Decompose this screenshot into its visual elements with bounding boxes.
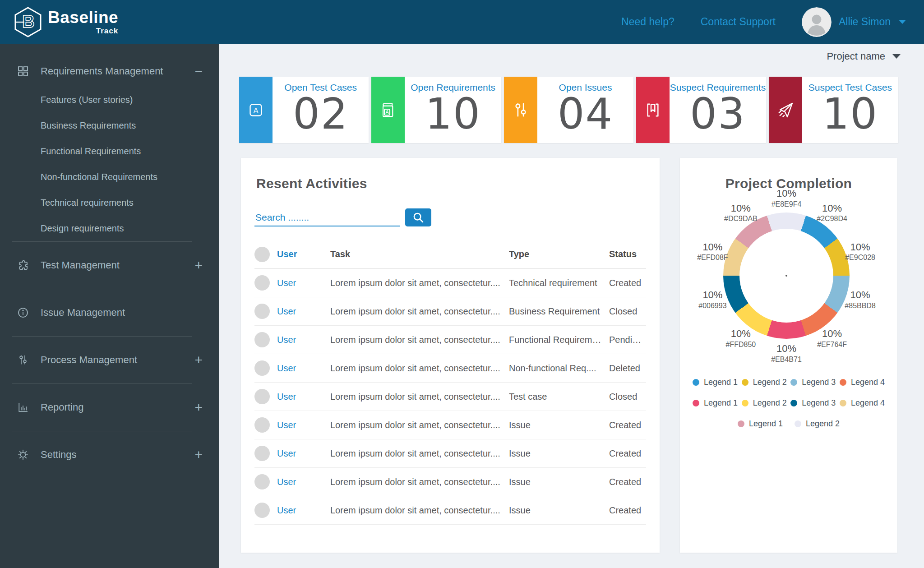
legend-dot — [790, 400, 797, 406]
column-header-task: Task — [330, 249, 509, 259]
table-row: User Lorem ipsum dolor sit amet, consect… — [254, 326, 646, 354]
sidebar-item-business-requirements[interactable]: Business Requirements — [0, 113, 219, 139]
type-cell: Issue — [509, 448, 609, 459]
legend-item[interactable]: Legend 2 — [742, 378, 787, 387]
user-link[interactable]: User — [277, 448, 330, 459]
user-link[interactable]: User — [277, 306, 330, 317]
avatar — [254, 474, 270, 489]
legend-item[interactable]: Legend 4 — [840, 398, 885, 408]
avatar — [254, 275, 270, 291]
collapse-icon[interactable]: − — [194, 64, 203, 79]
legend-dot — [795, 420, 801, 427]
avatar[interactable] — [802, 7, 832, 37]
sidebar-item-process-management[interactable]: Process Management + — [0, 337, 219, 383]
user-link[interactable]: User — [277, 420, 330, 430]
slice-percent: 10% — [817, 202, 847, 215]
sidebar-item-non-functional-requirements[interactable]: Non-functional Requirements — [0, 164, 219, 190]
stat-card-open-issues[interactable]: Open Issues 04 — [504, 77, 633, 143]
navbar-links: Need help? Contact Support Allie Simon — [621, 7, 906, 37]
hexagon-logo-icon: B — [14, 6, 42, 38]
search-input[interactable] — [254, 209, 400, 226]
user-link[interactable]: User — [277, 363, 330, 374]
legend-item[interactable]: Legend 1 — [738, 419, 783, 429]
expand-icon[interactable]: + — [194, 352, 203, 368]
legend-label: Legend 1 — [704, 398, 738, 408]
legend-item[interactable]: Legend 3 — [790, 398, 836, 408]
sidebar-item-requirements-management[interactable]: Requirements Management − — [0, 60, 219, 83]
stat-card-value: 02 — [293, 93, 349, 135]
contact-support-link[interactable]: Contact Support — [701, 16, 776, 28]
test-case-icon: A — [239, 77, 273, 143]
slice-label: 10% #85BBD8 — [845, 289, 876, 310]
sidebar-item-design-requirements[interactable]: Design requirements — [0, 216, 219, 241]
sidebar-item-settings[interactable]: Settings + — [0, 431, 219, 478]
legend-item[interactable]: Legend 2 — [742, 398, 787, 408]
legend-item[interactable]: Legend 1 — [693, 398, 738, 408]
sidebar-item-functional-requirements[interactable]: Functional Requirements — [0, 139, 219, 164]
table-row: User Lorem ipsum dolor sit amet, consect… — [254, 354, 646, 383]
search-icon — [411, 211, 425, 224]
slice-label: 10% #DC9DAB — [724, 202, 758, 224]
type-cell: Issue — [509, 420, 609, 430]
search-button[interactable] — [405, 208, 431, 226]
sidebar-item-technical-requirements[interactable]: Technical requirements — [0, 190, 219, 216]
sidebar-item-label: Test Management — [41, 259, 120, 271]
legend-item[interactable]: Legend 4 — [840, 378, 885, 387]
user-link[interactable]: User — [277, 477, 330, 487]
slice-percent: 10% — [771, 342, 802, 355]
sidebar-item-reporting[interactable]: Reporting + — [0, 384, 219, 431]
user-link[interactable]: User — [277, 278, 330, 288]
slice-label: 10% #EB4B71 — [771, 342, 802, 364]
legend-row: Legend 1 Legend 2 Legend 3 Legend 4 — [691, 372, 887, 393]
grid-icon — [16, 65, 30, 78]
need-help-link[interactable]: Need help? — [621, 16, 675, 28]
slice-percent: 10% — [697, 241, 728, 254]
sidebar-item-features[interactable]: Features (User stories) — [0, 87, 219, 113]
table-row: User Lorem ipsum dolor sit amet, consect… — [254, 297, 646, 326]
user-link[interactable]: User — [277, 505, 330, 516]
stat-card-suspect-requirements[interactable]: Suspect Requirements 03 — [636, 77, 766, 143]
logo-subtitle: Track — [48, 27, 118, 35]
user-link[interactable]: User — [277, 335, 330, 345]
sidebar-item-issue-management[interactable]: Issue Management — [0, 289, 219, 336]
expand-icon[interactable]: + — [194, 447, 203, 462]
requirements-book-icon: A — [371, 77, 405, 143]
stat-card-open-requirements[interactable]: A Open Requirements 10 — [371, 77, 501, 143]
chart-legend: Legend 1 Legend 2 Legend 3 Legend 4 Lege… — [691, 372, 887, 434]
baseline-logo[interactable]: B Baseline Track — [14, 6, 118, 38]
expand-icon[interactable]: + — [194, 400, 203, 415]
slice-percent: 10% — [698, 289, 726, 301]
sidebar-item-label: Process Management — [41, 354, 137, 366]
legend-item[interactable]: Legend 3 — [790, 378, 836, 387]
gear-icon — [16, 448, 30, 461]
bar-chart-icon — [16, 401, 30, 414]
stat-card-open-test-cases[interactable]: A Open Test Cases 02 — [239, 77, 369, 143]
slice-hex-label: #E8E9F4 — [772, 200, 802, 209]
slice-percent: 10% — [772, 187, 802, 200]
type-cell: Functional Requirement — [509, 335, 609, 345]
task-cell: Lorem ipsum dolor sit amet, consectetur.… — [330, 477, 509, 487]
status-cell: Deleted — [609, 363, 646, 374]
legend-dot — [738, 420, 744, 427]
legend-item[interactable]: Legend 2 — [795, 419, 840, 429]
table-row: User Lorem ipsum dolor sit amet, consect… — [254, 269, 646, 297]
user-link[interactable]: User — [277, 392, 330, 402]
legend-item[interactable]: Legend 1 — [693, 378, 738, 387]
task-cell: Lorem ipsum dolor sit amet, consectetur.… — [330, 420, 509, 430]
legend-dot — [693, 400, 699, 406]
avatar — [254, 417, 270, 433]
legend-label: Legend 2 — [753, 378, 787, 387]
sliders-icon — [16, 354, 30, 366]
project-selector[interactable]: Project name — [827, 51, 901, 62]
status-cell: Closed — [609, 306, 646, 317]
stat-card-suspect-test-cases[interactable]: Suspect Test Cases 10 — [769, 77, 898, 143]
task-cell: Lorem ipsum dolor sit amet, consectetur.… — [330, 335, 509, 345]
chevron-down-icon — [899, 20, 906, 24]
expand-icon[interactable]: + — [194, 258, 203, 273]
slice-hex-label: #85BBD8 — [845, 301, 876, 310]
status-cell: Created — [609, 505, 646, 516]
sidebar-item-test-management[interactable]: Test Management + — [0, 242, 219, 289]
legend-label: Legend 3 — [802, 378, 836, 387]
user-menu[interactable]: Allie Simon — [802, 7, 906, 37]
table-row: User Lorem ipsum dolor sit amet, consect… — [254, 439, 646, 468]
